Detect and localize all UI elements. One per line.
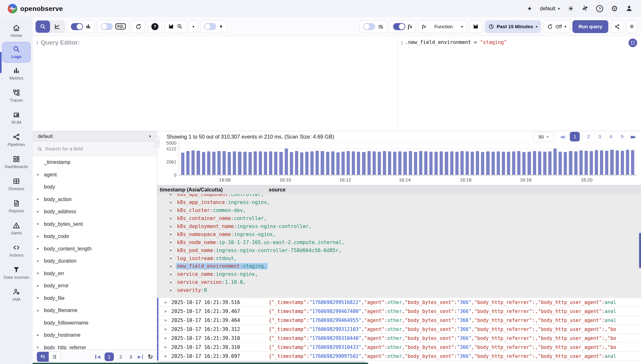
detail-field-line[interactable]: ▾ k8s_namespace_nameingress-nginx, xyxy=(157,230,641,238)
histogram-bar[interactable] xyxy=(321,151,324,175)
saved-views-dropdown-button[interactable]: ▾ xyxy=(189,20,198,33)
histogram-bar[interactable] xyxy=(569,151,572,175)
histogram-bar[interactable] xyxy=(197,151,200,175)
histogram-bar[interactable] xyxy=(527,152,531,175)
sidebar-item-pipelines[interactable]: Pipelines xyxy=(0,129,33,151)
help-icon[interactable]: ? xyxy=(596,5,603,12)
histogram-bar[interactable] xyxy=(585,151,588,175)
page-number-button[interactable]: 5 xyxy=(620,134,625,140)
page-number-button[interactable]: 1 xyxy=(105,352,114,361)
page-number-button[interactable]: 4 xyxy=(608,134,613,140)
detail-field-line[interactable]: ▾ k8s_app_componentcontroller, xyxy=(157,194,641,199)
histogram-bar[interactable] xyxy=(507,152,510,175)
field-row[interactable]: ▾ body_action xyxy=(33,193,157,206)
vrl-toggle-button[interactable]: fx xyxy=(390,20,416,33)
page-size-select[interactable]: 50 ▾ xyxy=(533,132,554,141)
histogram-bar[interactable] xyxy=(574,151,578,175)
histogram-bar[interactable] xyxy=(259,151,262,175)
last-page-button[interactable]: ▶ xyxy=(138,354,144,359)
detail-field-line[interactable]: ▾ new_field_environmentstaging, xyxy=(157,262,641,270)
log-row[interactable]: > 2025-10-17 16:21:39.312 {"_timestamp":… xyxy=(157,325,641,334)
histogram-bar[interactable] xyxy=(486,151,489,175)
log-row[interactable]: > 2025-10-17 16:21:39.310 {"_timestamp":… xyxy=(157,343,641,352)
histogram-bar[interactable] xyxy=(233,151,236,175)
sidebar-item-logs[interactable]: Logs xyxy=(2,42,30,63)
detail-field-line[interactable]: ▾ service_nameingress-nginx, xyxy=(157,270,641,278)
quick-mode-toggle[interactable] xyxy=(204,23,216,30)
stream-selector[interactable]: default ▾ xyxy=(33,131,157,142)
sql-mode-toggle[interactable] xyxy=(101,23,113,30)
histogram-bar[interactable] xyxy=(626,150,629,175)
query-editor[interactable]: 1 Query Editor: xyxy=(33,36,398,131)
chart-mode-button[interactable] xyxy=(50,21,64,33)
histogram-bar[interactable] xyxy=(492,152,495,175)
sidebar-item-data-sources[interactable]: Data sources xyxy=(0,262,33,284)
expand-row-icon[interactable]: > xyxy=(164,300,171,305)
panel-drag-handle[interactable]: ⋮⋮ xyxy=(155,136,159,148)
sidebar-item-iam[interactable]: IAM xyxy=(0,284,33,306)
histogram-bar[interactable] xyxy=(538,151,541,175)
source-column-header[interactable]: source xyxy=(269,187,641,193)
histogram-bar[interactable] xyxy=(362,152,365,175)
log-row[interactable]: > 2025-10-17 16:21:39.516 {"_timestamp":… xyxy=(157,298,641,307)
histogram-bar[interactable] xyxy=(186,151,190,175)
page-number-button[interactable]: 3 xyxy=(128,354,134,360)
histogram-bar[interactable] xyxy=(610,150,613,175)
histogram-bar[interactable] xyxy=(207,151,210,175)
histogram-bar[interactable] xyxy=(466,151,469,175)
histogram-bar[interactable] xyxy=(476,151,479,175)
field-search-input[interactable] xyxy=(45,146,152,152)
histogram-bar[interactable] xyxy=(553,148,557,175)
detail-field-line[interactable]: ▾ log_iostreamstdout, xyxy=(157,254,641,262)
expand-row-icon[interactable]: > xyxy=(164,336,171,341)
field-row[interactable]: ▾ body_address xyxy=(33,206,157,218)
histogram-bar[interactable] xyxy=(367,151,371,175)
sidebar-item-reports[interactable]: Reports xyxy=(0,195,33,217)
histogram-bar[interactable] xyxy=(434,152,438,175)
histogram-bar[interactable] xyxy=(600,150,603,175)
histogram-bar[interactable] xyxy=(310,151,314,175)
detail-field-line[interactable]: ▾ k8s_node_nameip-10-1-17-165.us-east-2.… xyxy=(157,238,641,246)
histogram-bar[interactable] xyxy=(502,152,505,175)
histogram-bar[interactable] xyxy=(191,150,195,175)
histogram-bar[interactable] xyxy=(264,152,267,175)
next-pages-button[interactable]: ▶▶ xyxy=(631,134,635,139)
field-row[interactable]: ▾ body_followername xyxy=(33,317,157,329)
histogram-bar[interactable] xyxy=(595,150,598,175)
histogram-bar[interactable] xyxy=(274,152,277,175)
histogram-bar[interactable] xyxy=(398,151,401,175)
prev-pages-button[interactable]: ◀◀ xyxy=(560,134,564,139)
histogram-bar[interactable] xyxy=(373,151,376,175)
wrap-lines-toggle[interactable] xyxy=(363,23,375,30)
field-row[interactable]: ▾ agent xyxy=(33,169,157,181)
log-row[interactable]: > 2025-10-17 16:21:39.310 {"_timestamp":… xyxy=(157,334,641,343)
histogram-bar[interactable] xyxy=(223,151,226,175)
theme-toggle-icon[interactable]: ☀ xyxy=(568,5,574,13)
vertical-scrollbar-thumb[interactable] xyxy=(639,233,641,268)
slack-icon[interactable] xyxy=(582,5,588,13)
expand-editor-button[interactable] xyxy=(628,38,637,47)
histogram-toggle-button[interactable] xyxy=(67,20,95,33)
refresh-icon[interactable]: ↻ xyxy=(148,353,153,360)
histogram-bar[interactable] xyxy=(497,151,500,175)
histogram-bar[interactable] xyxy=(559,152,562,175)
histogram-bar[interactable] xyxy=(409,151,412,175)
histogram-bar[interactable] xyxy=(393,152,396,175)
histogram-bar[interactable] xyxy=(564,152,567,175)
histogram-bar[interactable] xyxy=(342,152,345,175)
page-number-button[interactable]: 1 xyxy=(570,132,580,141)
field-row[interactable]: ▾ body_filename xyxy=(33,304,157,317)
all-fields-button[interactable] xyxy=(49,352,61,362)
histogram-toggle[interactable] xyxy=(71,23,83,30)
user-defined-schema-button[interactable] xyxy=(37,352,49,362)
detail-field-line[interactable]: ▾ k8s_clustercommon-dev, xyxy=(157,207,641,215)
page-number-button[interactable]: 3 xyxy=(597,134,602,140)
sidebar-item-metrics[interactable]: Metrics xyxy=(0,63,33,85)
timestamp-column-header[interactable]: timestamp (Asia/Calcutta) xyxy=(157,187,269,193)
histogram-bar[interactable] xyxy=(181,153,184,175)
histogram-bar[interactable] xyxy=(419,151,422,175)
expand-row-icon[interactable]: > xyxy=(164,309,171,314)
menu-button[interactable]: ≡ xyxy=(626,20,637,33)
histogram-bar[interactable] xyxy=(517,151,520,175)
sidebar-item-actions[interactable]: Actions xyxy=(0,240,33,262)
